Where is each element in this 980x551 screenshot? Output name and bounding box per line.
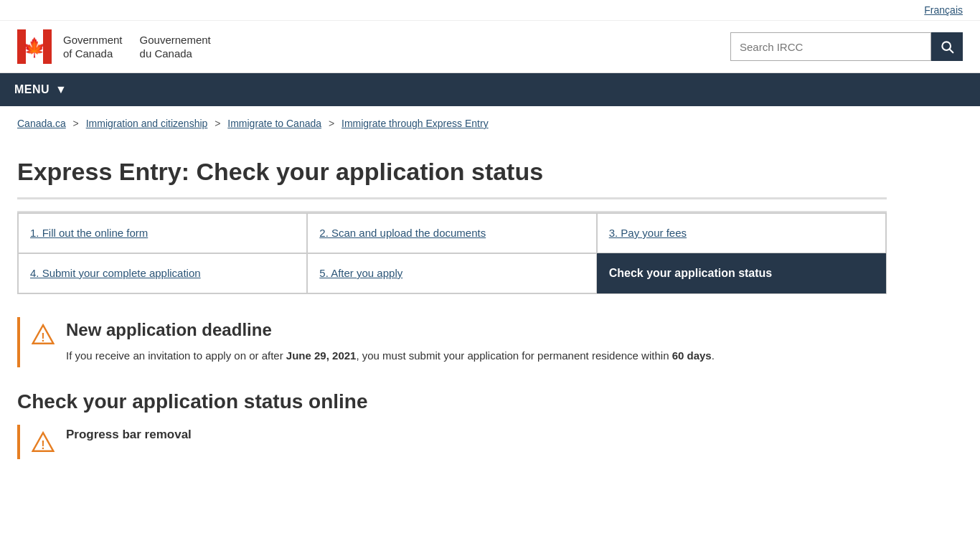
menu-label: MENU (14, 83, 50, 96)
step-3-cell: 3. Pay your fees (597, 213, 886, 253)
breadcrumb-item-immigrate[interactable]: Immigrate to Canada (227, 118, 321, 129)
warning-icon: ! (32, 323, 55, 346)
alert-icon-col: ! (32, 320, 55, 349)
step-active-cell[interactable]: Check your application status (597, 253, 886, 293)
gov-name-english: Government of Canada (63, 33, 123, 61)
page-title: Express Entry: Check your application st… (17, 158, 887, 199)
step-3-link[interactable]: 3. Pay your fees (609, 227, 687, 239)
step-5-link[interactable]: 5. After you apply (319, 267, 402, 279)
gov-name-french: Gouvernement du Canada (140, 33, 211, 61)
chevron-down-icon: ▼ (55, 83, 67, 96)
alert-heading: New application deadline (66, 320, 715, 340)
logo-area: 🍁 Government of Canada Gouvernement du C… (17, 29, 211, 64)
step-4-cell: 4. Submit your complete application (18, 253, 307, 293)
step-5-cell: 5. After you apply (307, 253, 596, 293)
svg-text:!: ! (41, 439, 44, 451)
step-1-link[interactable]: 1. Fill out the online form (30, 227, 148, 239)
breadcrumb-item-immigration[interactable]: Immigration and citizenship (86, 118, 208, 129)
alert-days: 60 days (672, 349, 712, 362)
language-switch-link[interactable]: Français (924, 4, 963, 16)
section-heading: Check your application status online (17, 390, 887, 413)
sub-alert: ! Progress bar removal (17, 425, 887, 459)
svg-text:!: ! (41, 331, 44, 344)
alert-date: June 29, 2021 (286, 349, 357, 362)
breadcrumb-item-canada[interactable]: Canada.ca (17, 118, 66, 129)
alert-content: New application deadline If you receive … (66, 320, 715, 364)
breadcrumb-separator: > (329, 118, 334, 129)
svg-line-5 (950, 50, 953, 53)
sub-alert-icon-col: ! (32, 428, 55, 456)
step-4-link[interactable]: 4. Submit your complete application (30, 267, 201, 279)
breadcrumb: Canada.ca > Immigration and citizenship … (0, 106, 980, 141)
menu-button[interactable]: MENU ▼ (0, 73, 81, 106)
main-content: Express Entry: Check your application st… (0, 158, 904, 488)
search-icon (940, 39, 954, 54)
breadcrumb-item-express-entry[interactable]: Immigrate through Express Entry (341, 118, 489, 129)
breadcrumb-separator: > (73, 118, 79, 129)
deadline-alert: ! New application deadline If you receiv… (17, 317, 887, 367)
step-2-cell: 2. Scan and upload the documents (307, 213, 596, 253)
sub-alert-heading: Progress bar removal (66, 428, 192, 442)
warning-icon-2: ! (32, 430, 55, 453)
site-header: 🍁 Government of Canada Gouvernement du C… (0, 21, 980, 73)
search-area (730, 32, 963, 61)
alert-text: If you receive an invitation to apply on… (66, 347, 715, 364)
sub-alert-content: Progress bar removal (66, 428, 192, 442)
government-name: Government of Canada Gouvernement du Can… (63, 33, 211, 61)
search-input[interactable] (730, 32, 931, 61)
nav-bar: MENU ▼ (0, 73, 980, 106)
step-active-label: Check your application status (609, 267, 773, 280)
breadcrumb-separator: > (215, 118, 220, 129)
steps-grid: 1. Fill out the online form 2. Scan and … (17, 212, 887, 294)
step-2-link[interactable]: 2. Scan and upload the documents (319, 227, 486, 239)
step-1-cell: 1. Fill out the online form (18, 213, 307, 253)
canada-flag-icon: 🍁 (17, 29, 52, 64)
svg-text:🍁: 🍁 (23, 37, 46, 59)
search-button[interactable] (931, 32, 963, 61)
top-bar: Français (0, 0, 980, 21)
